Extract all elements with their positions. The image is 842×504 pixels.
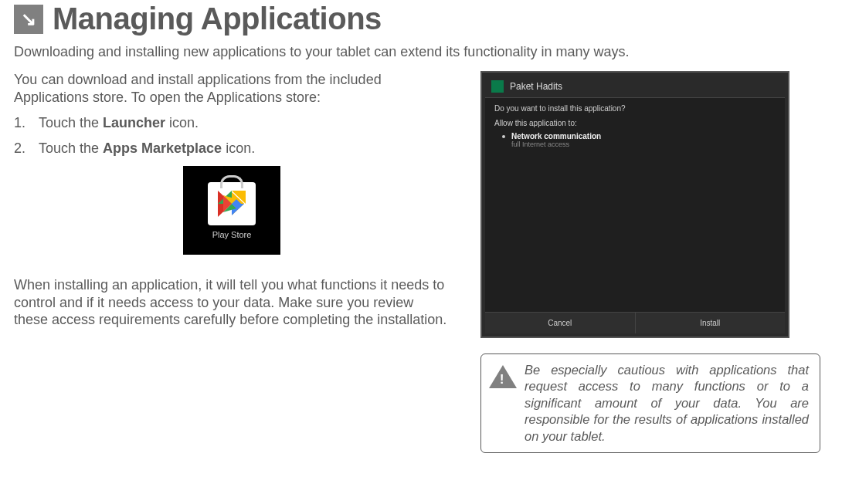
app-icon	[491, 80, 504, 93]
allow-label: Allow this application to:	[494, 119, 776, 127]
install-app-name: Paket Hadits	[510, 81, 562, 92]
step-text: Touch the Launcher icon.	[39, 115, 199, 131]
step-number: 2.	[14, 140, 39, 157]
step-number: 1.	[14, 115, 39, 131]
page-title: Managing Applications	[53, 2, 382, 36]
warning-callout: Be especially cautious with applications…	[480, 353, 820, 453]
install-button[interactable]: Install	[636, 312, 786, 333]
play-store-icon: Play Store	[183, 166, 280, 255]
play-store-label: Play Store	[212, 230, 252, 239]
permission-row: Network communication full Internet acce…	[502, 132, 776, 148]
page-subtitle: Downloading and installing new applicati…	[14, 44, 828, 60]
shopping-bag-icon	[208, 182, 256, 225]
intro-paragraph: You can download and install application…	[14, 71, 450, 106]
step-text: Touch the Apps Marketplace icon.	[39, 140, 255, 157]
warning-icon	[489, 365, 517, 388]
section-arrow-icon: ↘	[14, 5, 43, 34]
install-question: Do you want to install this application?	[494, 104, 776, 113]
steps-list: 1. Touch the Launcher icon. 2. Touch the…	[14, 115, 450, 157]
install-review-paragraph: When installing an application, it will …	[14, 276, 450, 329]
cancel-button[interactable]: Cancel	[485, 312, 636, 333]
step-item: 1. Touch the Launcher icon.	[14, 115, 450, 131]
step-item: 2. Touch the Apps Marketplace icon.	[14, 140, 450, 157]
install-dialog-screenshot: Paket Hadits Do you want to install this…	[480, 71, 789, 338]
warning-text: Be especially cautious with applications…	[525, 362, 809, 445]
permission-sub: full Internet access	[511, 140, 601, 148]
permission-title: Network communication	[511, 132, 601, 140]
bullet-icon	[502, 135, 505, 138]
